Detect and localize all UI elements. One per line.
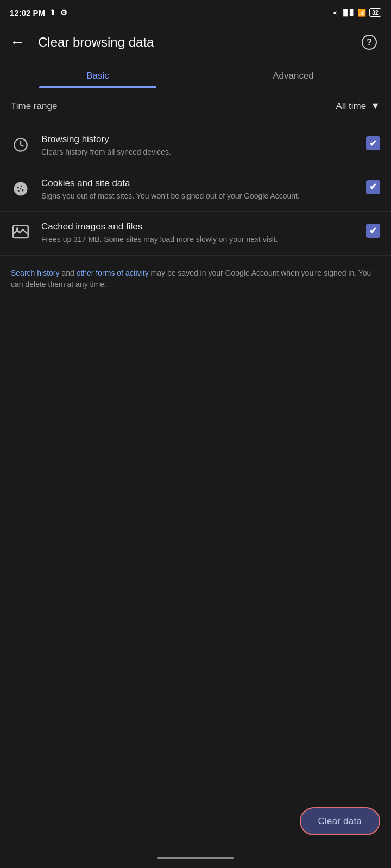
svg-point-3 <box>21 185 22 187</box>
app-bar: ← Clear browsing data ? <box>0 24 391 61</box>
back-arrow-icon: ← <box>10 35 25 50</box>
battery-icon: 32 <box>369 8 381 17</box>
tabs-container: Basic Advanced <box>0 63 391 88</box>
help-icon: ? <box>362 35 377 50</box>
dropdown-arrow-icon: ▼ <box>370 100 380 112</box>
browsing-history-title: Browsing history <box>41 134 355 145</box>
upload-icon: ⬆ <box>49 8 56 17</box>
status-bar: 12:02 PM ⬆ ⚙ ∗ ▐▌▊ 📶 32 <box>0 0 391 24</box>
list-item-cache: Cached images and files Frees up 317 MB.… <box>0 212 391 256</box>
time-range-label: Time range <box>11 101 57 112</box>
image-icon <box>11 222 30 242</box>
time-range-select[interactable]: All time ▼ <box>336 100 380 112</box>
footer-text: Search history and other forms of activi… <box>0 256 391 291</box>
tab-advanced[interactable]: Advanced <box>195 63 391 88</box>
bluetooth-icon: ∗ <box>332 9 338 17</box>
clock-icon <box>11 135 30 155</box>
cache-checkbox[interactable]: ✔ <box>366 224 380 238</box>
cookies-title: Cookies and site data <box>41 178 355 189</box>
clear-data-button-container: Clear data <box>300 807 380 835</box>
search-history-link[interactable]: Search history <box>11 269 59 277</box>
browsing-history-content: Browsing history Clears history from all… <box>41 134 355 158</box>
checkmark-icon: ✔ <box>369 139 377 148</box>
gear-icon: ⚙ <box>60 8 67 17</box>
cookies-checkbox[interactable]: ✔ <box>366 180 380 194</box>
page-title: Clear browsing data <box>38 35 349 50</box>
cache-desc: Frees up 317 MB. Some sites may load mor… <box>41 234 355 245</box>
cookies-content: Cookies and site data Signs you out of m… <box>41 178 355 202</box>
cache-content: Cached images and files Frees up 317 MB.… <box>41 221 355 245</box>
bottom-nav-indicator <box>157 857 234 859</box>
checkmark-icon: ✔ <box>369 226 377 235</box>
back-button[interactable]: ← <box>5 30 29 54</box>
clear-data-button[interactable]: Clear data <box>300 807 380 835</box>
svg-point-4 <box>22 189 24 191</box>
help-button[interactable]: ? <box>357 30 381 54</box>
svg-point-8 <box>16 227 18 230</box>
cookie-icon <box>11 179 30 199</box>
list-item-browsing-history: Browsing history Clears history from all… <box>0 124 391 168</box>
cookies-desc: Signs you out of most sites. You won't b… <box>41 191 355 202</box>
status-right: ∗ ▐▌▊ 📶 32 <box>332 8 381 17</box>
checkmark-icon: ✔ <box>369 182 377 192</box>
status-left: 12:02 PM ⬆ ⚙ <box>10 8 67 17</box>
list-item-cookies: Cookies and site data Signs you out of m… <box>0 168 391 212</box>
other-forms-link[interactable]: other forms of activity <box>77 269 149 277</box>
wifi-icon: 📶 <box>357 9 366 17</box>
svg-point-6 <box>20 188 22 189</box>
tab-basic[interactable]: Basic <box>0 63 195 88</box>
signal-icon: ▐▌▊ <box>341 9 354 16</box>
svg-point-5 <box>18 190 20 192</box>
time-range-row: Time range All time ▼ <box>0 88 391 124</box>
time-range-value: All time <box>336 101 366 112</box>
cache-title: Cached images and files <box>41 221 355 232</box>
svg-point-2 <box>17 186 19 188</box>
browsing-history-desc: Clears history from all synced devices. <box>41 147 355 158</box>
browsing-history-checkbox[interactable]: ✔ <box>366 136 380 150</box>
status-time: 12:02 PM <box>10 8 45 17</box>
